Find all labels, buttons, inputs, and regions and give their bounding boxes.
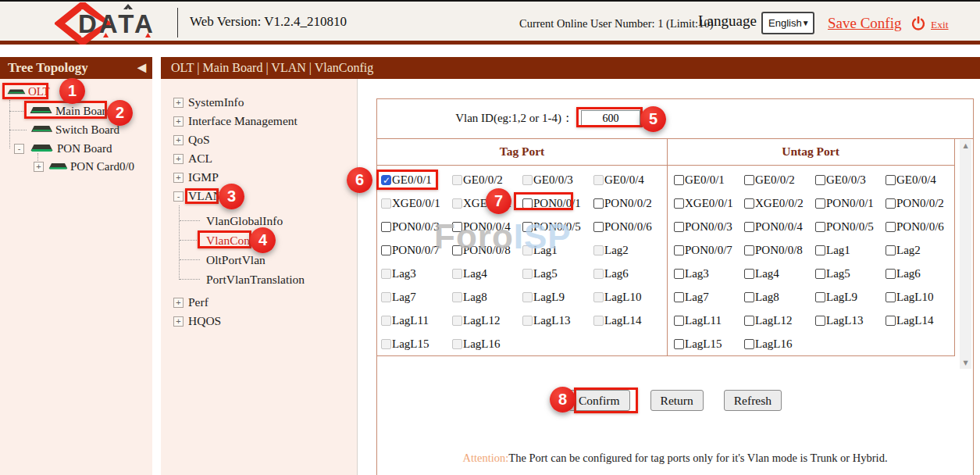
menu-item[interactable]: + Perf <box>161 293 357 312</box>
port-checkbox[interactable] <box>886 175 896 185</box>
port-checkbox[interactable] <box>452 222 462 232</box>
port-checkbox[interactable] <box>522 316 533 326</box>
port-checkbox[interactable] <box>593 269 604 279</box>
port-checkbox[interactable] <box>452 269 462 279</box>
port-checkbox[interactable] <box>452 245 462 255</box>
expander-icon[interactable]: + <box>173 98 184 108</box>
port-checkbox[interactable] <box>522 198 533 209</box>
menu-item[interactable]: + SystemInfo <box>161 93 357 112</box>
port-checkbox[interactable] <box>886 222 896 232</box>
port-checkbox[interactable] <box>744 198 754 209</box>
port-checkbox[interactable] <box>815 316 825 326</box>
confirm-button[interactable]: Confirm <box>568 390 630 411</box>
port-checkbox[interactable] <box>593 175 604 185</box>
save-config-link[interactable]: Save Config <box>828 15 901 32</box>
port-checkbox[interactable] <box>522 175 533 185</box>
port-checkbox[interactable] <box>886 245 896 255</box>
expander-icon[interactable]: + <box>173 135 184 145</box>
vlan-id-input[interactable] <box>581 110 640 127</box>
port-checkbox[interactable] <box>522 269 533 279</box>
port-checkbox[interactable] <box>674 339 684 349</box>
port-checkbox[interactable] <box>381 222 391 232</box>
expander-icon[interactable]: + <box>173 298 184 308</box>
tree-item-switch-board[interactable]: Switch Board <box>30 121 119 138</box>
port-checkbox[interactable] <box>815 292 825 302</box>
port-checkbox[interactable] <box>815 269 825 279</box>
port-checkbox[interactable] <box>744 292 754 302</box>
menu-item[interactable]: + IGMP <box>161 168 357 187</box>
refresh-button[interactable]: Refresh <box>724 390 782 411</box>
menu-item[interactable]: OltPortVlan <box>161 250 357 270</box>
port-checkbox[interactable] <box>815 175 825 185</box>
port-checkbox[interactable] <box>815 198 825 209</box>
port-checkbox[interactable] <box>815 245 825 255</box>
port-checkbox[interactable] <box>381 175 391 185</box>
port-checkbox[interactable] <box>744 175 754 185</box>
expander-icon[interactable]: - <box>173 191 184 202</box>
port-checkbox[interactable] <box>452 175 462 185</box>
port-checkbox[interactable] <box>815 222 825 232</box>
menu-item[interactable]: PortVlanTranslation <box>161 270 357 289</box>
tree-item-main-board[interactable]: Main Board <box>28 102 112 120</box>
expander-icon[interactable]: + <box>173 316 184 327</box>
port-checkbox[interactable] <box>744 245 754 255</box>
menu-item[interactable]: + Interface Management <box>161 112 357 130</box>
port-checkbox[interactable] <box>452 339 462 349</box>
port-checkbox[interactable] <box>744 269 754 279</box>
expand-node-icon[interactable]: + <box>34 162 44 172</box>
exit-link[interactable]: Exit <box>931 19 949 31</box>
collapse-node-icon[interactable]: - <box>14 144 24 154</box>
port-checkbox[interactable] <box>593 292 604 302</box>
expander-icon[interactable]: + <box>173 173 184 183</box>
port-checkbox[interactable] <box>886 198 896 209</box>
port-checkbox[interactable] <box>381 292 391 302</box>
port-checkbox[interactable] <box>593 198 604 209</box>
port-checkbox[interactable] <box>674 222 684 232</box>
port-checkbox[interactable] <box>452 198 462 209</box>
language-select[interactable]: English ▼ <box>761 12 814 34</box>
expander-icon[interactable]: + <box>173 154 184 164</box>
port-checkbox[interactable] <box>674 292 684 302</box>
port-checkbox[interactable] <box>674 175 684 185</box>
port-checkbox[interactable] <box>744 222 754 232</box>
port-checkbox[interactable] <box>593 245 604 255</box>
port-checkbox[interactable] <box>452 316 462 326</box>
menu-item[interactable]: + QoS <box>161 130 357 149</box>
menu-item[interactable]: VlanConfig <box>161 230 357 250</box>
tree-item-pon-card[interactable]: + PON Card0/0 <box>34 158 134 175</box>
port-checkbox[interactable] <box>522 245 533 255</box>
port-checkbox[interactable] <box>381 316 391 326</box>
scroll-up-icon[interactable]: ▲ <box>960 140 971 152</box>
port-checkbox[interactable] <box>886 316 896 326</box>
port-checkbox[interactable] <box>674 316 684 326</box>
port-checkbox[interactable] <box>381 245 391 255</box>
menu-item[interactable]: VlanGlobalInfo <box>161 211 357 230</box>
menu-item[interactable]: - VLAN <box>161 187 357 205</box>
collapse-sidebar-icon[interactable]: ◀ <box>137 57 146 79</box>
port-cell: PON0/0/8 <box>744 238 815 262</box>
return-button[interactable]: Return <box>650 390 704 411</box>
tree-item-olt[interactable]: OLT <box>6 83 50 100</box>
menu-item[interactable]: + HQOS <box>161 312 357 330</box>
power-icon[interactable] <box>911 16 925 35</box>
port-checkbox[interactable] <box>744 316 754 326</box>
expander-icon[interactable]: + <box>173 116 184 127</box>
port-checkbox[interactable] <box>674 198 684 209</box>
menu-item[interactable]: + ACL <box>161 149 357 168</box>
port-checkbox[interactable] <box>381 198 391 209</box>
vertical-scrollbar[interactable]: ▲ ▼ <box>960 140 971 369</box>
port-checkbox[interactable] <box>593 222 604 232</box>
port-checkbox[interactable] <box>381 339 391 349</box>
port-checkbox[interactable] <box>744 339 754 349</box>
port-checkbox[interactable] <box>674 245 684 255</box>
scroll-down-icon[interactable]: ▼ <box>960 357 971 369</box>
port-checkbox[interactable] <box>593 316 604 326</box>
port-checkbox[interactable] <box>886 269 896 279</box>
port-checkbox[interactable] <box>522 222 533 232</box>
port-checkbox[interactable] <box>674 269 684 279</box>
tree-item-pon-board[interactable]: - PON Board <box>14 140 112 157</box>
port-checkbox[interactable] <box>886 292 896 302</box>
port-checkbox[interactable] <box>452 292 462 302</box>
port-checkbox[interactable] <box>381 269 391 279</box>
port-checkbox[interactable] <box>522 292 533 302</box>
